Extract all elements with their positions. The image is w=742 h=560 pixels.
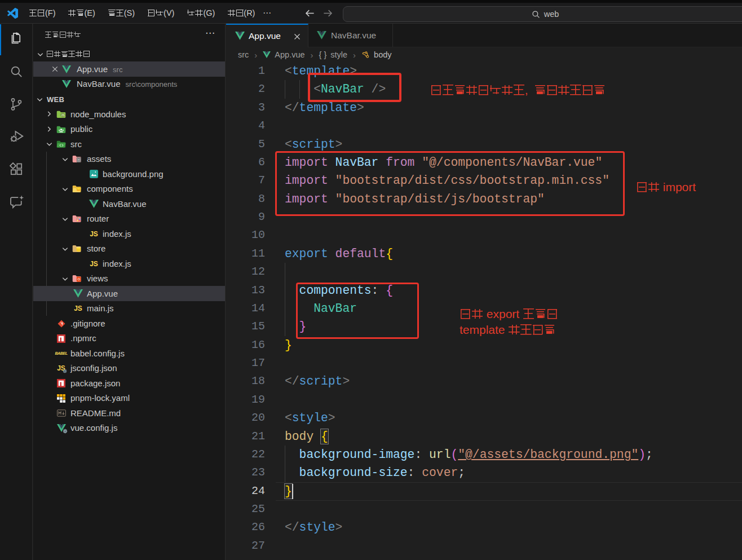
- svg-text:JS: JS: [61, 113, 65, 117]
